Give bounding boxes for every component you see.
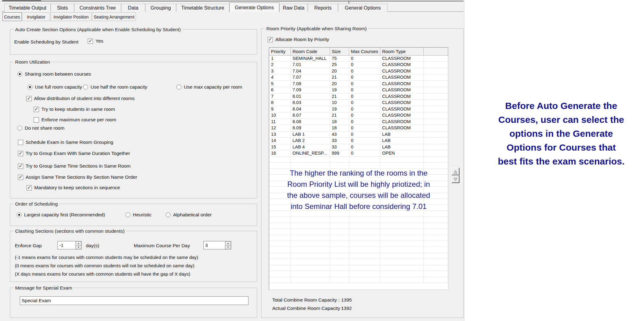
checkbox-box[interactable]	[34, 117, 39, 123]
enforce-gap-spinner[interactable]: -1 ▲ ▼	[57, 241, 82, 249]
radio-button[interactable]	[166, 212, 171, 217]
groupbox-auto-create-title: Auto Create Section Options (Applicable …	[14, 27, 182, 32]
table-row[interactable]: 108.07210CLASSROOM	[269, 112, 448, 119]
radio-heuristic[interactable]: Heuristic	[125, 212, 151, 218]
spin-up-icon[interactable]: ▲	[76, 241, 81, 245]
tab-reports[interactable]: Reports	[308, 4, 338, 12]
subtab-invigilator[interactable]: Invigilator	[22, 12, 50, 21]
radio-button[interactable]	[125, 212, 130, 217]
tab-timetable-structure[interactable]: Timetable Structure	[176, 4, 229, 12]
max-course-per-day-value[interactable]: 3	[204, 241, 225, 249]
radio-full-capacity[interactable]: Use full room capacity	[28, 84, 82, 90]
subtab-courses[interactable]: Courses	[2, 12, 22, 21]
checkbox-mandatory-sequence[interactable]: Mandatory to keep sections in sequence	[27, 185, 120, 190]
tab-general-options[interactable]: General Options	[338, 4, 388, 12]
checkbox-box[interactable]	[18, 151, 23, 156]
window-crop-edge	[2, 1, 464, 2]
column-header-room-code[interactable]: Room Code	[290, 48, 330, 55]
tab-constraints-tree[interactable]: Constraints Tree	[74, 4, 121, 12]
column-header-size[interactable]: Size	[330, 48, 349, 55]
enable-scheduling-label: Enable Scheduling by Student	[14, 39, 78, 45]
checkbox-label: Try to Group Exam With Same Duration Tog…	[26, 151, 130, 156]
radio-max-capacity[interactable]: Use max capacity per room	[176, 84, 242, 90]
table-row-empty	[269, 193, 448, 199]
groupbox-clashing-title: Clashing Sections (sections with common …	[14, 228, 126, 234]
subtab-invigilator-position[interactable]: Invigilator Position	[51, 12, 91, 21]
radio-alphabetical[interactable]: Alphabetical order	[166, 212, 212, 218]
checkbox-box[interactable]	[26, 96, 32, 101]
radio-button[interactable]	[28, 85, 32, 90]
tab-data[interactable]: Data	[121, 4, 145, 12]
checkbox-enforce-max-course[interactable]: Enforce maximum course per room	[34, 117, 116, 123]
radio-button[interactable]	[17, 72, 22, 77]
checkbox-box[interactable]	[34, 107, 39, 112]
checkbox-keep-same-room[interactable]: Try to keep students in same room	[34, 106, 115, 112]
checkbox-allow-distribution[interactable]: Allow distribution of student into diffe…	[26, 96, 134, 101]
radio-half-capacity[interactable]: Use half the room capacity	[83, 84, 147, 90]
radio-button[interactable]	[17, 126, 22, 131]
radio-button[interactable]	[176, 85, 181, 90]
table-row[interactable]: 98.04190CLASSROOM	[269, 106, 448, 112]
column-header-priority[interactable]: Priority	[269, 48, 290, 55]
table-row-empty	[269, 156, 448, 163]
radio-largest-capacity[interactable]: Largest capacity first (Recommended)	[17, 212, 105, 218]
table-row[interactable]: 57.08200CLASSROOM	[269, 81, 448, 87]
tab-grouping[interactable]: Grouping	[145, 4, 176, 12]
table-row[interactable]: 47.07210CLASSROOM	[269, 74, 448, 81]
checkbox-allocate-room-by-priority[interactable]: Allocate Room by Priority	[268, 37, 329, 42]
table-row[interactable]: 27.01250CLASSROOM	[269, 62, 448, 68]
tab-raw-data[interactable]: Raw Data	[279, 4, 308, 12]
column-header-room-type[interactable]: Room Type	[380, 48, 423, 55]
radio-button[interactable]	[17, 212, 22, 217]
enforce-gap-value[interactable]: -1	[58, 241, 75, 249]
subtab-seating-arrangement[interactable]: Seating Arrangement	[92, 12, 136, 21]
table-row[interactable]: 15LAB 4330LAB	[269, 144, 448, 150]
table-row[interactable]: 1SEMINAR_HALL750CLASSROOM	[269, 55, 448, 62]
table-row[interactable]: 14LAB 2330LAB	[269, 138, 448, 144]
special-exam-message-input[interactable]	[20, 296, 248, 305]
move-down-button[interactable]: ▽	[451, 175, 460, 183]
table-row[interactable]: 67.09190CLASSROOM	[269, 87, 448, 94]
table-row[interactable]: 13LAB 1430LAB	[269, 131, 448, 138]
checkbox-assign-by-name[interactable]: Assign Same Time Sections By Section Nam…	[18, 174, 137, 180]
annotation-line: Options for Courses that	[480, 140, 643, 154]
radio-sharing-room[interactable]: Sharing room between courses	[17, 71, 91, 77]
groupbox-room-priority-title: Room Priority (Applicable when Sharing R…	[265, 26, 368, 31]
room-table-body: 1SEMINAR_HALL750CLASSROOM27.01250CLASSRO…	[269, 55, 448, 283]
checkbox-box[interactable]	[27, 185, 32, 190]
tab-slots[interactable]: Slots	[51, 4, 74, 12]
radio-do-not-share[interactable]: Do not share room	[17, 125, 64, 131]
room-priority-table[interactable]: Priority Room Code Size Max Courses Room…	[269, 47, 448, 290]
table-row[interactable]: 128.09180CLASSROOM	[269, 125, 448, 131]
table-row[interactable]: 37.04200CLASSROOM	[269, 68, 448, 74]
checkbox-box[interactable]	[18, 140, 23, 145]
checkbox-box[interactable]	[18, 164, 23, 169]
table-row-empty	[269, 229, 448, 235]
days-label: day(s)	[86, 243, 99, 248]
table-row-empty	[269, 253, 448, 259]
checkbox-group-same-time[interactable]: Try to Group Same Time Sections in Same …	[18, 163, 131, 169]
groupbox-auto-create: Auto Create Section Options (Applicable …	[10, 29, 257, 55]
table-row[interactable]: 118.08180CLASSROOM	[269, 119, 448, 125]
radio-button[interactable]	[83, 85, 88, 90]
checkbox-enable-scheduling-yes[interactable]: Yes	[88, 38, 103, 44]
enforce-gap-label: Enforce Gap	[15, 243, 42, 248]
checkbox-label: Try to Group Same Time Sections in Same …	[26, 163, 131, 169]
tab-generate-options[interactable]: Generate Options	[229, 2, 279, 12]
column-header-max-courses[interactable]: Max Courses	[349, 48, 380, 55]
spin-down-icon[interactable]: ▼	[225, 245, 231, 249]
table-row[interactable]: 78.01210CLASSROOM	[269, 93, 448, 100]
table-row[interactable]: 16ONLINE_RESP...9990OPEN	[269, 150, 448, 157]
radio-label: Largest capacity first (Recommended)	[24, 212, 105, 218]
checkbox-box[interactable]	[268, 37, 273, 42]
checkbox-same-room-grouping[interactable]: Schedule Exam in Same Room Grouping	[18, 140, 113, 145]
checkbox-box[interactable]	[88, 39, 93, 44]
max-course-per-day-spinner[interactable]: 3 ▲ ▼	[203, 241, 231, 249]
spin-up-icon[interactable]: ▲	[225, 241, 231, 245]
table-row[interactable]: 88.03100CLASSROOM	[269, 100, 448, 106]
spin-down-icon[interactable]: ▼	[76, 245, 81, 249]
checkbox-group-same-duration[interactable]: Try to Group Exam With Same Duration Tog…	[18, 151, 130, 156]
move-up-button[interactable]: △	[451, 168, 460, 175]
tab-timetable-output[interactable]: Timetable Output	[4, 4, 51, 12]
checkbox-box[interactable]	[18, 175, 23, 180]
